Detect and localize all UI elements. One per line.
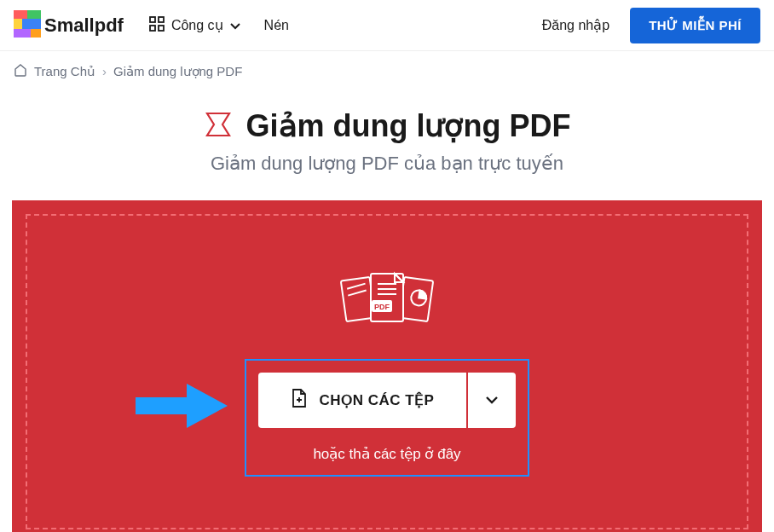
choose-files-button[interactable]: CHỌN CÁC TỆP	[258, 373, 467, 428]
file-plus-icon	[291, 388, 308, 413]
svg-rect-4	[14, 29, 31, 38]
grid-icon	[149, 16, 165, 35]
arrow-right-icon	[136, 382, 229, 433]
svg-rect-0	[14, 10, 27, 19]
nav: Công cụ Nén	[149, 16, 542, 35]
page-title: Giảm dung lượng PDF	[246, 108, 571, 144]
files-stack-icon: PDF	[340, 267, 434, 359]
choose-files-dropdown[interactable]	[466, 373, 516, 428]
svg-rect-6	[150, 17, 155, 22]
header: Smallpdf Công cụ Nén Đăng nhập THỬ MIỄN …	[0, 0, 774, 51]
compress-tool-icon	[204, 110, 233, 142]
nav-right: Đăng nhập THỬ MIỄN PHÍ	[542, 8, 760, 43]
svg-rect-5	[31, 29, 41, 38]
chevron-down-icon	[485, 394, 499, 407]
upload-highlight-box: CHỌN CÁC TỆP hoặc thả các tệp ở đây	[245, 359, 530, 477]
svg-rect-1	[27, 10, 41, 19]
svg-rect-7	[159, 17, 164, 22]
svg-line-12	[348, 291, 367, 296]
svg-rect-8	[150, 26, 155, 31]
title-section: Giảm dung lượng PDF Giảm dung lượng PDF …	[0, 91, 774, 200]
dropzone-inner: PDF	[26, 214, 748, 529]
breadcrumb-current: Giảm dung lượng PDF	[113, 64, 242, 79]
smallpdf-logo-icon	[14, 10, 41, 41]
breadcrumb-home[interactable]: Trang Chủ	[34, 64, 95, 79]
chevron-down-icon	[230, 18, 240, 33]
upload-button-row: CHỌN CÁC TỆP	[258, 373, 517, 428]
nav-compress[interactable]: Nén	[264, 18, 289, 33]
home-icon	[14, 63, 27, 79]
svg-line-11	[347, 284, 366, 289]
nav-tools-label: Công cụ	[171, 17, 223, 33]
choose-files-label: CHỌN CÁC TỆP	[320, 391, 435, 409]
breadcrumb-separator: ›	[102, 64, 107, 78]
try-free-button[interactable]: THỬ MIỄN PHÍ	[630, 8, 760, 43]
breadcrumb: Trang Chủ › Giảm dung lượng PDF	[0, 51, 774, 91]
drop-hint: hoặc thả các tệp ở đây	[313, 445, 460, 463]
svg-rect-9	[159, 26, 164, 31]
login-link[interactable]: Đăng nhập	[542, 17, 609, 33]
nav-compress-label: Nén	[264, 18, 289, 33]
svg-text:PDF: PDF	[374, 303, 390, 311]
logo[interactable]: Smallpdf	[14, 10, 124, 41]
brand-text: Smallpdf	[44, 14, 124, 37]
subtitle: Giảm dung lượng PDF của bạn trực tuyến	[14, 153, 760, 175]
nav-tools[interactable]: Công cụ	[149, 16, 240, 35]
svg-rect-3	[22, 19, 41, 29]
dropzone[interactable]: PDF	[12, 200, 762, 532]
svg-rect-2	[14, 19, 22, 29]
